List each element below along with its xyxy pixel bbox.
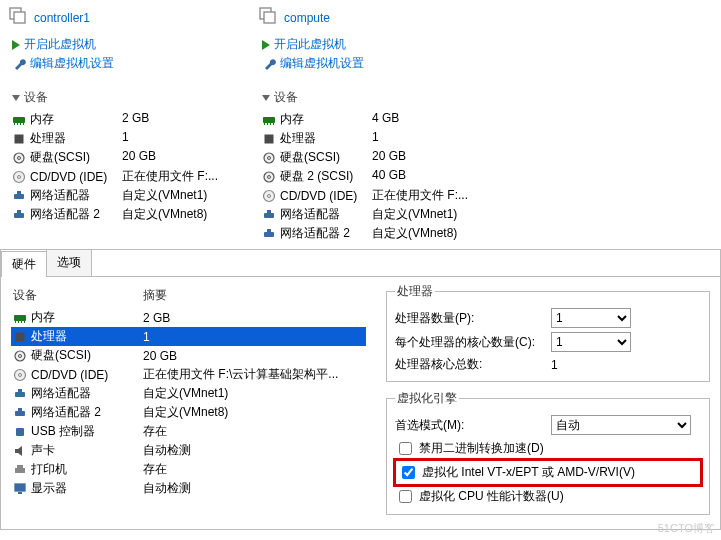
device-value: 1 (372, 130, 488, 147)
hw-row[interactable]: 打印机 存在 (11, 460, 366, 479)
hw-label: 显示器 (31, 480, 67, 497)
device-row: 网络适配器 自定义(VMnet1) (258, 205, 492, 224)
hw-row[interactable]: 内存 2 GB (11, 308, 366, 327)
device-row: 内存 2 GB (8, 110, 242, 129)
i-usb-icon (13, 425, 27, 439)
hardware-list: 设备 摘要 内存 2 GB 处理器 1 硬盘(SCSI) 20 GB CD/DV… (1, 277, 376, 529)
vm-card: compute 开启此虚拟机 编辑虚拟机设置 设备 内存 4 GB 处理器 1 (250, 4, 500, 243)
i-cd-icon (12, 170, 26, 184)
device-value: 20 GB (122, 149, 238, 166)
device-label: 内存 (30, 111, 54, 128)
device-section-header[interactable]: 设备 (12, 89, 242, 106)
device-label: 网络适配器 2 (30, 206, 100, 223)
hw-value: 自定义(VMnet8) (143, 404, 364, 421)
device-row: 硬盘(SCSI) 20 GB (258, 148, 492, 167)
hw-label: USB 控制器 (31, 423, 95, 440)
power-on-link[interactable]: 开启此虚拟机 (262, 35, 492, 54)
device-label: 处理器 (30, 130, 66, 147)
hw-label: 声卡 (31, 442, 55, 459)
cpu-counter-checkbox[interactable] (399, 490, 412, 503)
hw-value: 自定义(VMnet1) (143, 385, 364, 402)
device-section-header[interactable]: 设备 (262, 89, 492, 106)
device-value: 20 GB (372, 149, 488, 166)
col-device: 设备 (13, 287, 143, 304)
hw-value: 2 GB (143, 311, 364, 325)
hw-row[interactable]: 声卡 自动检测 (11, 441, 366, 460)
hw-value: 1 (143, 330, 364, 344)
power-on-link[interactable]: 开启此虚拟机 (12, 35, 242, 54)
cores-label: 每个处理器的核心数量(C): (395, 334, 545, 351)
vm-title[interactable]: controller1 (8, 4, 242, 35)
device-label: 硬盘(SCSI) (280, 149, 340, 166)
device-label: 网络适配器 (280, 206, 340, 223)
num-proc-label: 处理器数量(P): (395, 310, 545, 327)
disable-binary-label: 禁用二进制转换加速(D) (419, 440, 544, 457)
device-row: 网络适配器 2 自定义(VMnet8) (8, 205, 242, 224)
hw-value: 20 GB (143, 349, 364, 363)
hw-row[interactable]: CD/DVD (IDE) 正在使用文件 F:\云计算基础架构平... (11, 365, 366, 384)
virtualize-vt-checkbox[interactable] (402, 466, 415, 479)
hw-row[interactable]: 硬盘(SCSI) 20 GB (11, 346, 366, 365)
i-disk-icon (13, 349, 27, 363)
i-monitor-icon (13, 482, 27, 496)
device-row: 硬盘 2 (SCSI) 40 GB (258, 167, 492, 186)
play-icon (12, 40, 20, 50)
virt-engine-group: 虚拟化引擎 首选模式(M): 自动 禁用二进制转换加速(D) 虚拟化 Intel… (386, 390, 710, 515)
edit-settings-label: 编辑虚拟机设置 (280, 55, 364, 72)
vm-stack-icon (258, 6, 278, 29)
vt-highlight: 虚拟化 Intel VT-x/EPT 或 AMD-V/RVI(V) (393, 458, 703, 487)
device-label: 处理器 (280, 130, 316, 147)
edit-settings-link[interactable]: 编辑虚拟机设置 (12, 54, 242, 73)
hw-value: 自动检测 (143, 480, 364, 497)
i-memory-icon (12, 113, 26, 127)
device-row: 硬盘(SCSI) 20 GB (8, 148, 242, 167)
vm-title[interactable]: compute (258, 4, 492, 35)
hw-row[interactable]: USB 控制器 存在 (11, 422, 366, 441)
cpu-settings-pane: 处理器 处理器数量(P): 1 每个处理器的核心数量(C): 1 处理器核心总数… (376, 277, 720, 529)
hw-value: 自动检测 (143, 442, 364, 459)
hw-label: CD/DVD (IDE) (31, 368, 108, 382)
edit-settings-link[interactable]: 编辑虚拟机设置 (262, 54, 492, 73)
hw-value: 存在 (143, 423, 364, 440)
total-label: 处理器核心总数: (395, 356, 545, 373)
pref-mode-select[interactable]: 自动 (551, 415, 691, 435)
power-on-label: 开启此虚拟机 (274, 36, 346, 53)
pref-mode-label: 首选模式(M): (395, 417, 545, 434)
i-disk-icon (12, 151, 26, 165)
device-value: 正在使用文件 F:... (372, 187, 488, 204)
tab-hardware[interactable]: 硬件 (1, 251, 47, 277)
device-row: 处理器 1 (8, 129, 242, 148)
i-disk-icon (262, 170, 276, 184)
device-row: 网络适配器 2 自定义(VMnet8) (258, 224, 492, 243)
hw-row[interactable]: 网络适配器 自定义(VMnet1) (11, 384, 366, 403)
disable-binary-checkbox[interactable] (399, 442, 412, 455)
i-memory-icon (13, 311, 27, 325)
vm-settings-dialog: 硬件 选项 设备 摘要 内存 2 GB 处理器 1 硬盘(SCSI) 20 GB… (0, 249, 721, 530)
i-net-icon (13, 406, 27, 420)
power-on-label: 开启此虚拟机 (24, 36, 96, 53)
total-value: 1 (551, 358, 591, 372)
i-disk-icon (262, 151, 276, 165)
hw-row[interactable]: 处理器 1 (11, 327, 366, 346)
device-value: 正在使用文件 F:... (122, 168, 238, 185)
cores-select[interactable]: 1 (551, 332, 631, 352)
col-summary: 摘要 (143, 287, 167, 304)
num-proc-select[interactable]: 1 (551, 308, 631, 328)
device-label: CD/DVD (IDE) (30, 170, 107, 184)
i-net-icon (262, 208, 276, 222)
device-label: CD/DVD (IDE) (280, 189, 357, 203)
device-label: 硬盘(SCSI) (30, 149, 90, 166)
tab-options[interactable]: 选项 (46, 250, 92, 276)
i-sound-icon (13, 444, 27, 458)
virtualize-vt-label: 虚拟化 Intel VT-x/EPT 或 AMD-V/RVI(V) (422, 464, 635, 481)
device-value: 自定义(VMnet1) (372, 206, 488, 223)
i-cpu-icon (262, 132, 276, 146)
hw-row[interactable]: 网络适配器 2 自定义(VMnet8) (11, 403, 366, 422)
i-printer-icon (13, 463, 27, 477)
device-row: 内存 4 GB (258, 110, 492, 129)
hw-row[interactable]: 显示器 自动检测 (11, 479, 366, 498)
device-value: 自定义(VMnet1) (122, 187, 238, 204)
hw-label: 处理器 (31, 328, 67, 345)
i-net-icon (12, 189, 26, 203)
vm-name: compute (284, 11, 330, 25)
